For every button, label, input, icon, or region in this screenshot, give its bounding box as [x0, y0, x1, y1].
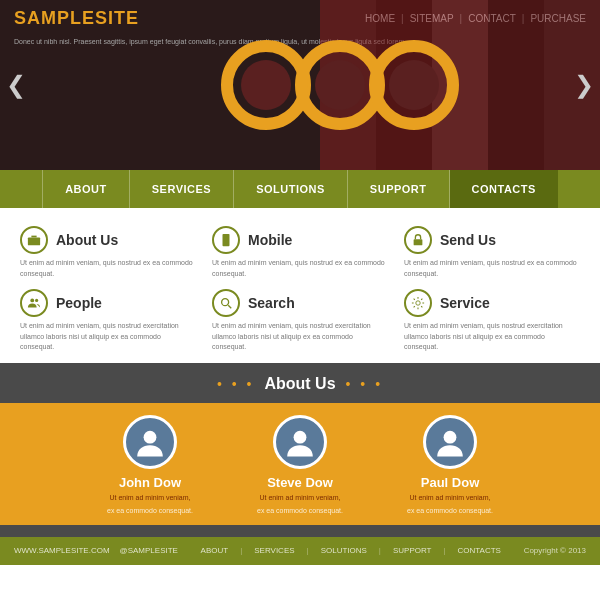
feature-text-3: Ut enim ad minim veniam, quis nostrud ex… — [20, 321, 196, 353]
footer-nav-services[interactable]: SERVICES — [254, 546, 294, 555]
about-title-row: • • • About Us • • • — [20, 375, 580, 393]
svg-point-10 — [294, 430, 307, 443]
feature-title-4: Search — [248, 295, 295, 311]
nav-contacts[interactable]: CONTACTS — [450, 170, 558, 208]
nav-support[interactable]: SUPPORT — [348, 170, 450, 208]
site-logo: SAMPLESITE — [14, 8, 139, 29]
team-card-0: John Dow Ut enim ad minim veniam, ex ea … — [90, 415, 210, 517]
header-bars — [320, 0, 600, 170]
feature-about-us: About Us Ut enim ad minim veniam, quis n… — [20, 226, 196, 279]
main-nav: ABOUT SERVICES SOLUTIONS SUPPORT CONTACT… — [0, 170, 600, 208]
dots-left: • • • — [217, 376, 254, 392]
team-text-orange-1: Ut enim ad minim veniam, — [240, 493, 360, 504]
prev-arrow[interactable]: ❮ — [6, 71, 26, 99]
feature-title-0: About Us — [56, 232, 118, 248]
svg-point-5 — [35, 299, 38, 302]
svg-point-4 — [30, 298, 34, 302]
svg-point-6 — [222, 299, 229, 306]
footer-nav-contacts[interactable]: CONTACTS — [458, 546, 501, 555]
team-text-0: ex ea commodo consequat. — [90, 506, 210, 517]
about-section: • • • About Us • • • John Dow Ut enim ad… — [0, 363, 600, 537]
team-text-orange-0: Ut enim ad minim veniam, — [90, 493, 210, 504]
footer-nav-solutions[interactable]: SOLUTIONS — [321, 546, 367, 555]
svg-rect-0 — [28, 237, 40, 245]
svg-point-9 — [144, 430, 157, 443]
team-text-1: ex ea commodo consequat. — [240, 506, 360, 517]
footer: WWW.SAMPLESITE.COM @SAMPLESITE ABOUT | S… — [0, 537, 600, 565]
team-cards: John Dow Ut enim ad minim veniam, ex ea … — [0, 403, 600, 525]
feature-title-3: People — [56, 295, 102, 311]
team-name-1: Steve Dow — [240, 475, 360, 490]
features-section: About Us Ut enim ad minim veniam, quis n… — [0, 208, 600, 363]
nav-solutions[interactable]: SOLUTIONS — [234, 170, 348, 208]
avatar-1 — [273, 415, 327, 469]
team-card-1: Steve Dow Ut enim ad minim veniam, ex ea… — [240, 415, 360, 517]
avatar-2 — [423, 415, 477, 469]
feature-title-5: Service — [440, 295, 490, 311]
nav-services[interactable]: SERVICES — [130, 170, 234, 208]
feature-people: People Ut enim ad minim veniam, quis nos… — [20, 289, 196, 353]
search-icon — [212, 289, 240, 317]
feature-mobile: Mobile Ut enim ad minim veniam, quis nos… — [212, 226, 388, 279]
dots-right: • • • — [346, 376, 383, 392]
nav-about[interactable]: ABOUT — [42, 170, 130, 208]
avatar-0 — [123, 415, 177, 469]
footer-twitter[interactable]: @SAMPLESITE — [120, 546, 178, 555]
footer-left: WWW.SAMPLESITE.COM @SAMPLESITE — [14, 546, 178, 555]
feature-title-1: Mobile — [248, 232, 292, 248]
lock-icon — [404, 226, 432, 254]
feature-search: Search Ut enim ad minim veniam, quis nos… — [212, 289, 388, 353]
footer-nav-about[interactable]: ABOUT — [201, 546, 229, 555]
team-name-2: Paul Dow — [390, 475, 510, 490]
svg-point-11 — [444, 430, 457, 443]
briefcase-icon — [20, 226, 48, 254]
footer-site-url[interactable]: WWW.SAMPLESITE.COM — [14, 546, 110, 555]
footer-nav-support[interactable]: SUPPORT — [393, 546, 432, 555]
circle-1 — [221, 40, 311, 130]
feature-text-1: Ut enim ad minim veniam, quis nostrud ex… — [212, 258, 388, 279]
bar-1 — [320, 0, 376, 170]
feature-title-2: Send Us — [440, 232, 496, 248]
mobile-icon — [212, 226, 240, 254]
people-icon — [20, 289, 48, 317]
bar-4 — [488, 0, 544, 170]
svg-line-7 — [228, 305, 231, 308]
gear-icon — [404, 289, 432, 317]
header: SAMPLESITE HOME | SITEMAP | CONTACT | PU… — [0, 0, 600, 170]
feature-send-us: Send Us Ut enim ad minim veniam, quis no… — [404, 226, 580, 279]
svg-point-8 — [416, 301, 420, 305]
bar-3 — [432, 0, 488, 170]
footer-copyright: Copyright © 2013 — [524, 546, 586, 555]
svg-rect-3 — [414, 239, 423, 245]
feature-text-4: Ut enim ad minim veniam, quis nostrud ex… — [212, 321, 388, 353]
bar-2 — [376, 0, 432, 170]
team-text-2: ex ea commodo consequat. — [390, 506, 510, 517]
about-title: About Us — [264, 375, 335, 393]
feature-text-0: Ut enim ad minim veniam, quis nostrud ex… — [20, 258, 196, 279]
feature-text-2: Ut enim ad minim veniam, quis nostrud ex… — [404, 258, 580, 279]
feature-service: Service Ut enim ad minim veniam, quis no… — [404, 289, 580, 353]
team-text-orange-2: Ut enim ad minim veniam, — [390, 493, 510, 504]
team-card-2: Paul Dow Ut enim ad minim veniam, ex ea … — [390, 415, 510, 517]
svg-point-2 — [225, 244, 226, 245]
next-arrow[interactable]: ❯ — [574, 71, 594, 99]
feature-text-5: Ut enim ad minim veniam, quis nostrud ex… — [404, 321, 580, 353]
footer-nav: ABOUT | SERVICES | SOLUTIONS | SUPPORT |… — [201, 546, 501, 555]
team-name-0: John Dow — [90, 475, 210, 490]
